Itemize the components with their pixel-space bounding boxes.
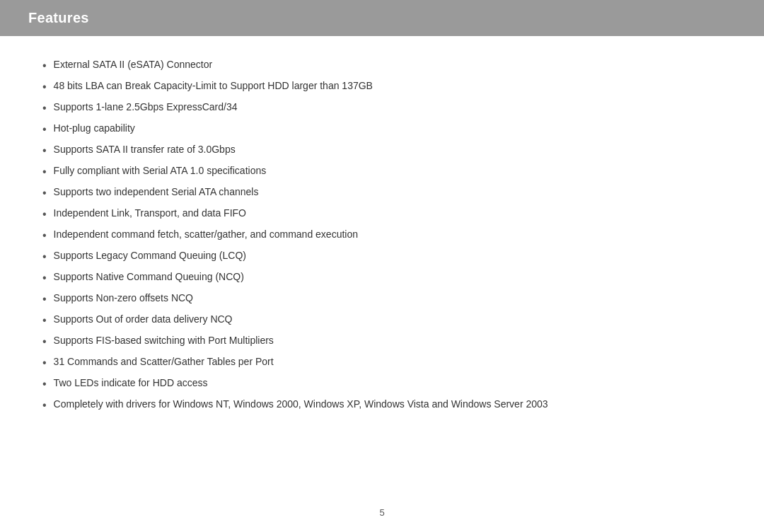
page-number: 5 bbox=[379, 507, 384, 518]
list-item: •Supports Native Command Queuing (NCQ) bbox=[42, 270, 722, 287]
item-text: Supports 1-lane 2.5Gbps ExpressCard/34 bbox=[54, 100, 722, 115]
bullet-icon: • bbox=[42, 100, 47, 117]
page-footer: 5 bbox=[0, 497, 764, 532]
item-text: Two LEDs indicate for HDD access bbox=[54, 376, 722, 391]
list-item: •External SATA II (eSATA) Connector bbox=[42, 57, 722, 74]
item-text: Independent Link, Transport, and data FI… bbox=[54, 206, 722, 221]
list-item: •Fully compliant with Serial ATA 1.0 spe… bbox=[42, 163, 722, 180]
bullet-icon: • bbox=[42, 142, 47, 159]
bullet-icon: • bbox=[42, 57, 47, 74]
bullet-icon: • bbox=[42, 121, 47, 138]
item-text: Supports Native Command Queuing (NCQ) bbox=[54, 270, 722, 284]
item-text: Supports Legacy Command Queuing (LCQ) bbox=[54, 248, 722, 263]
features-header: Features bbox=[0, 0, 764, 36]
list-item: •Supports two independent Serial ATA cha… bbox=[42, 185, 722, 202]
list-item: •Independent command fetch, scatter/gath… bbox=[42, 227, 722, 244]
list-item: •Supports Non-zero offsets NCQ bbox=[42, 291, 722, 308]
bullet-icon: • bbox=[42, 206, 47, 223]
bullet-icon: • bbox=[42, 185, 47, 202]
list-item: •Two LEDs indicate for HDD access bbox=[42, 376, 722, 393]
list-item: •Completely with drivers for Windows NT,… bbox=[42, 397, 722, 414]
list-item: •31 Commands and Scatter/Gather Tables p… bbox=[42, 354, 722, 371]
item-text: Supports two independent Serial ATA chan… bbox=[54, 185, 722, 200]
list-item: •Supports Out of order data delivery NCQ bbox=[42, 312, 722, 329]
content-area: •External SATA II (eSATA) Connector•48 b… bbox=[0, 36, 764, 497]
bullet-icon: • bbox=[42, 79, 47, 96]
list-item: •Supports Legacy Command Queuing (LCQ) bbox=[42, 248, 722, 265]
list-item: •Hot-plug capability bbox=[42, 121, 722, 138]
page-title: Features bbox=[28, 10, 89, 25]
bullet-icon: • bbox=[42, 163, 47, 180]
item-text: Independent command fetch, scatter/gathe… bbox=[54, 227, 722, 242]
bullet-icon: • bbox=[42, 354, 47, 371]
list-item: •48 bits LBA can Break Capacity-Limit to… bbox=[42, 79, 722, 96]
item-text: External SATA II (eSATA) Connector bbox=[54, 57, 722, 72]
item-text: Fully compliant with Serial ATA 1.0 spec… bbox=[54, 163, 722, 178]
item-text: Hot-plug capability bbox=[54, 121, 722, 136]
item-text: Supports SATA II transfer rate of 3.0Gbp… bbox=[54, 142, 722, 157]
list-item: •Supports SATA II transfer rate of 3.0Gb… bbox=[42, 142, 722, 159]
bullet-icon: • bbox=[42, 227, 47, 244]
item-text: Supports FIS-based switching with Port M… bbox=[54, 333, 722, 348]
bullet-icon: • bbox=[42, 291, 47, 308]
item-text: Completely with drivers for Windows NT, … bbox=[54, 397, 722, 412]
list-item: •Supports 1-lane 2.5Gbps ExpressCard/34 bbox=[42, 100, 722, 117]
page-container: Features •External SATA II (eSATA) Conne… bbox=[0, 0, 764, 532]
bullet-icon: • bbox=[42, 376, 47, 393]
bullet-icon: • bbox=[42, 333, 47, 350]
list-item: •Independent Link, Transport, and data F… bbox=[42, 206, 722, 223]
bullet-icon: • bbox=[42, 397, 47, 414]
item-text: 31 Commands and Scatter/Gather Tables pe… bbox=[54, 354, 722, 369]
item-text: Supports Out of order data delivery NCQ bbox=[54, 312, 722, 327]
list-item: •Supports FIS-based switching with Port … bbox=[42, 333, 722, 350]
features-list: •External SATA II (eSATA) Connector•48 b… bbox=[42, 57, 722, 418]
bullet-icon: • bbox=[42, 248, 47, 265]
item-text: Supports Non-zero offsets NCQ bbox=[54, 291, 722, 306]
bullet-icon: • bbox=[42, 270, 47, 287]
item-text: 48 bits LBA can Break Capacity-Limit to … bbox=[54, 79, 722, 93]
bullet-icon: • bbox=[42, 312, 47, 329]
